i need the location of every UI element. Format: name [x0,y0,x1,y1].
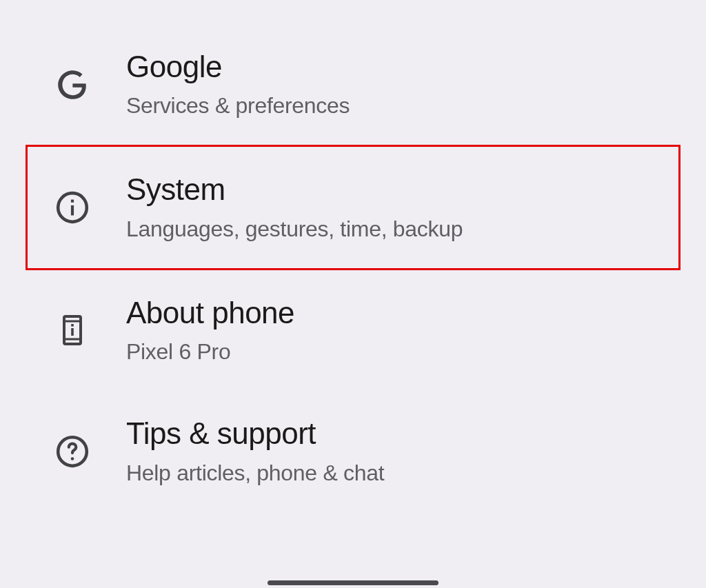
svg-rect-6 [71,328,74,336]
item-title: About phone [126,296,294,330]
item-text: System Languages, gestures, time, backup [126,173,463,241]
item-text: Google Services & preferences [126,50,350,119]
item-subtitle: Help articles, phone & chat [126,460,384,486]
settings-item-google[interactable]: Google Services & preferences [0,24,706,145]
settings-list: Google Services & preferences System Lan… [0,0,706,512]
svg-rect-2 [71,200,74,203]
settings-item-system[interactable]: System Languages, gestures, time, backup [26,145,680,270]
item-subtitle: Services & preferences [126,93,350,119]
item-subtitle: Pixel 6 Pro [126,339,294,365]
svg-point-9 [71,457,74,460]
gesture-nav-handle[interactable] [268,580,438,585]
item-title: Tips & support [126,417,384,450]
svg-rect-1 [71,205,74,216]
help-icon [52,434,93,469]
item-text: Tips & support Help articles, phone & ch… [126,417,384,485]
item-text: About phone Pixel 6 Pro [126,296,294,365]
item-title: System [126,173,463,206]
item-subtitle: Languages, gestures, time, backup [126,216,463,242]
phone-info-icon [52,314,93,347]
settings-item-about-phone[interactable]: About phone Pixel 6 Pro [0,270,706,391]
item-title: Google [126,50,350,83]
google-icon [52,68,93,102]
svg-rect-7 [71,324,74,327]
settings-item-tips-support[interactable]: Tips & support Help articles, phone & ch… [0,391,706,511]
info-icon [52,190,93,225]
